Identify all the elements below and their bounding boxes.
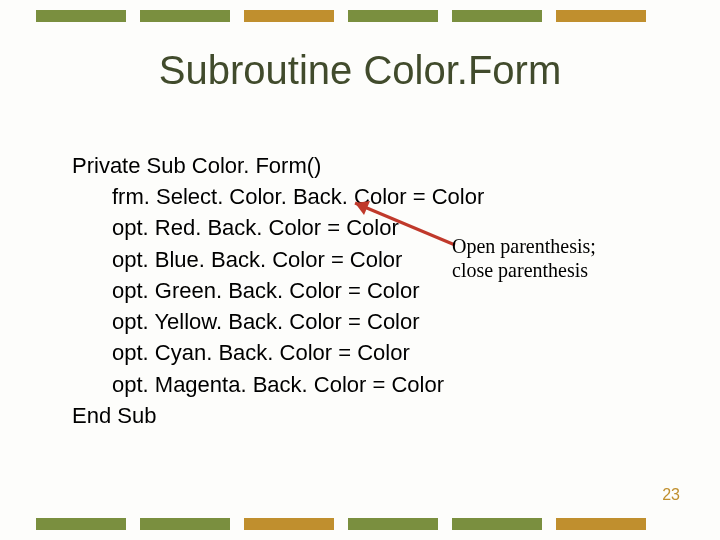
annotation-text: Open parenthesis; close parenthesis xyxy=(452,234,596,282)
code-line: opt. Blue. Back. Color = Color xyxy=(72,244,484,275)
decor-segment xyxy=(244,518,334,530)
page-number: 23 xyxy=(662,486,680,504)
decor-top-bar xyxy=(36,10,646,22)
code-line: opt. Green. Back. Color = Color xyxy=(72,275,484,306)
code-block: Private Sub Color. Form() frm. Select. C… xyxy=(72,150,484,431)
annotation-line: close parenthesis xyxy=(452,258,596,282)
decor-segment xyxy=(36,518,126,530)
slide-title: Subroutine Color.Form xyxy=(0,48,720,93)
code-line: opt. Red. Back. Color = Color xyxy=(72,212,484,243)
decor-segment xyxy=(556,10,646,22)
decor-segment xyxy=(452,10,542,22)
decor-segment xyxy=(140,10,230,22)
code-line: opt. Yellow. Back. Color = Color xyxy=(72,306,484,337)
decor-segment xyxy=(556,518,646,530)
annotation-line: Open parenthesis; xyxy=(452,234,596,258)
decor-bottom-bar xyxy=(36,518,646,530)
decor-segment xyxy=(348,10,438,22)
code-line: End Sub xyxy=(72,400,484,431)
decor-segment xyxy=(244,10,334,22)
code-line: opt. Magenta. Back. Color = Color xyxy=(72,369,484,400)
code-line: opt. Cyan. Back. Color = Color xyxy=(72,337,484,368)
code-line: Private Sub Color. Form() xyxy=(72,150,484,181)
decor-segment xyxy=(348,518,438,530)
code-line: frm. Select. Color. Back. Color = Color xyxy=(72,181,484,212)
decor-segment xyxy=(36,10,126,22)
decor-segment xyxy=(452,518,542,530)
decor-segment xyxy=(140,518,230,530)
